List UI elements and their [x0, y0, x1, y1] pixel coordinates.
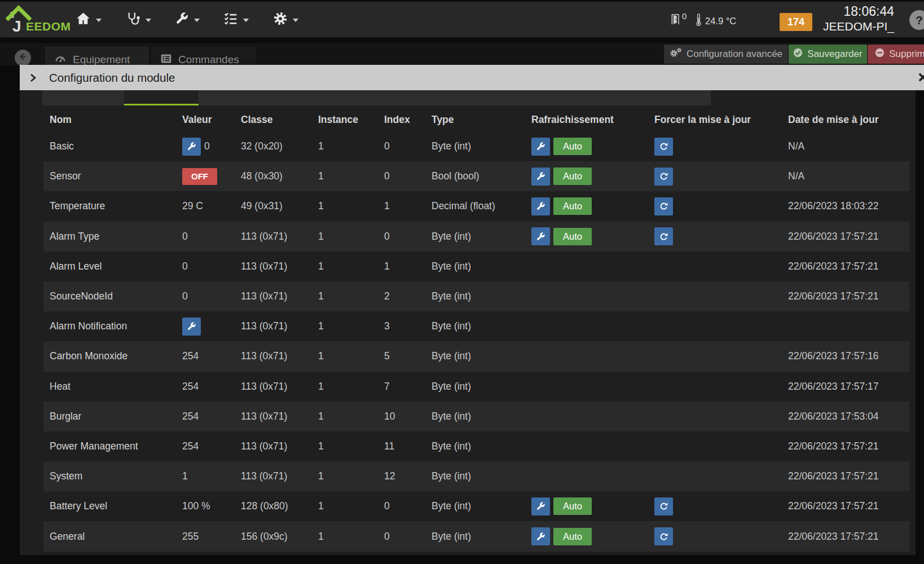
- delete-label: Supprimer: [889, 49, 924, 60]
- row-name: Alarm Notification: [50, 320, 182, 332]
- value-configure-button[interactable]: [182, 138, 201, 156]
- refresh-configure-button[interactable]: [531, 197, 550, 215]
- advanced-configuration-label: Configuration avancée: [687, 49, 782, 60]
- table-row: Alarm Type0113 (0x71)10Byte (int)Auto22/…: [43, 222, 909, 252]
- row-name: Heat: [50, 381, 182, 393]
- auto-refresh-button[interactable]: Auto: [553, 197, 592, 215]
- check-circle-icon: [793, 48, 803, 60]
- force-update-button[interactable]: [654, 497, 673, 515]
- refresh-configure-button[interactable]: [531, 138, 550, 156]
- auto-refresh-button[interactable]: Auto: [553, 528, 592, 545]
- row-name: Temperature: [50, 200, 182, 212]
- clock: 18:06:44 JEEDOM-PI_: [807, 4, 894, 34]
- row-value: 254: [182, 381, 199, 393]
- row-value-cell: 254: [182, 350, 241, 362]
- force-update-button[interactable]: [654, 168, 673, 186]
- row-type: Byte (int): [432, 500, 531, 512]
- row-name: Alarm Level: [50, 261, 182, 272]
- jeedom-logo[interactable]: J EEDOM: [5, 5, 71, 37]
- row-value-cell: 0: [182, 261, 241, 272]
- door-indicator: 0: [670, 12, 687, 28]
- module-config-titlebar[interactable]: Configuration du module: [20, 65, 924, 90]
- row-instance: 1: [318, 140, 384, 152]
- row-updated-date: 22/06/2023 17:57:21: [788, 531, 909, 543]
- stethoscope-icon: [125, 11, 140, 28]
- column-header-7: Forcer la mise à jour: [654, 114, 788, 126]
- advanced-configuration-button[interactable]: Configuration avancée: [664, 45, 788, 64]
- refresh-configure-button[interactable]: [531, 168, 550, 186]
- refresh-configure-button[interactable]: [531, 227, 550, 245]
- refresh-configure-button[interactable]: [531, 497, 550, 515]
- menu-health[interactable]: [125, 2, 151, 37]
- row-index: 0: [384, 531, 432, 543]
- force-update-button[interactable]: [654, 138, 673, 156]
- refresh-configure-button[interactable]: [531, 527, 550, 545]
- back-button[interactable]: [15, 50, 31, 66]
- table-row: Battery Level100 %128 (0x80)10Byte (int)…: [43, 491, 909, 521]
- door-icon: [670, 12, 681, 28]
- module-config-panel: NomValeurClasseInstanceIndexTypeRafraich…: [20, 90, 916, 555]
- row-type: Byte (int): [432, 290, 531, 302]
- force-update-button[interactable]: [654, 197, 673, 215]
- row-type: Byte (int): [432, 261, 531, 272]
- close-icon[interactable]: [918, 72, 924, 85]
- modal-title: Configuration du module: [49, 71, 175, 85]
- minus-circle-icon: [875, 48, 885, 60]
- row-instance: 1: [318, 290, 384, 302]
- auto-refresh-button[interactable]: Auto: [553, 497, 592, 515]
- row-type: Byte (int): [432, 320, 531, 332]
- row-index: 12: [384, 470, 432, 482]
- value-configure-button[interactable]: [182, 318, 201, 336]
- row-refresh-cell: Auto: [531, 527, 654, 545]
- menu-tools[interactable]: [175, 2, 200, 37]
- row-force-cell: [654, 527, 788, 545]
- value-off-badge: OFF: [182, 168, 217, 185]
- auto-refresh-button[interactable]: Auto: [553, 138, 592, 155]
- row-name: Carbon Monoxide: [50, 350, 182, 362]
- row-updated-date: N/A: [788, 140, 909, 152]
- row-index: 3: [384, 320, 432, 332]
- row-value-cell: 254: [182, 381, 241, 393]
- table-row: System1113 (0x71)112Byte (int)22/06/2023…: [43, 461, 909, 491]
- row-instance: 1: [318, 231, 384, 243]
- row-value-cell: 1: [182, 470, 241, 482]
- row-updated-date: 22/06/2023 17:57:21: [788, 500, 909, 512]
- row-refresh-cell: Auto: [531, 138, 654, 156]
- row-classe: 156 (0x9c): [241, 531, 318, 543]
- row-value: 254: [182, 350, 199, 362]
- row-name: Battery Level: [50, 500, 182, 512]
- row-classe: 32 (0x20): [241, 140, 318, 152]
- auto-refresh-button[interactable]: Auto: [553, 168, 592, 185]
- column-header-4: Index: [384, 114, 432, 126]
- row-index: 11: [384, 440, 432, 452]
- temperature-value: 24.9 °C: [705, 16, 736, 27]
- table-row: Basic032 (0x20)10Byte (int)AutoN/A: [43, 131, 909, 161]
- row-type: Byte (int): [432, 140, 531, 152]
- row-index: 0: [384, 170, 432, 182]
- menu-settings[interactable]: [273, 2, 298, 37]
- auto-refresh-button[interactable]: Auto: [553, 228, 592, 245]
- row-classe: 113 (0x71): [241, 381, 318, 393]
- chevron-down-icon: [146, 19, 151, 25]
- row-type: Byte (int): [432, 231, 531, 243]
- commands-table: Basic032 (0x20)10Byte (int)AutoN/ASensor…: [43, 131, 909, 552]
- help-button[interactable]: ?: [909, 10, 924, 30]
- row-name: SourceNodeId: [50, 290, 182, 302]
- row-instance: 1: [318, 531, 384, 543]
- force-update-button[interactable]: [654, 227, 673, 245]
- row-type: Byte (int): [432, 531, 531, 543]
- menu-checklist[interactable]: [223, 2, 249, 37]
- clock-time: 18:06:44: [807, 4, 894, 19]
- row-type: Byte (int): [432, 381, 531, 393]
- row-updated-date: N/A: [788, 170, 909, 182]
- menu-home[interactable]: [76, 2, 102, 37]
- save-button[interactable]: Sauvegarder: [789, 45, 867, 64]
- thermometer-icon: [695, 13, 702, 29]
- row-classe: 48 (0x30): [241, 170, 318, 182]
- column-header-1: Valeur: [182, 114, 241, 126]
- modal-active-tab[interactable]: [124, 90, 199, 105]
- force-update-button[interactable]: [654, 527, 673, 545]
- column-header-5: Type: [432, 114, 531, 126]
- delete-button[interactable]: Supprimer: [868, 45, 924, 64]
- row-instance: 1: [318, 350, 384, 362]
